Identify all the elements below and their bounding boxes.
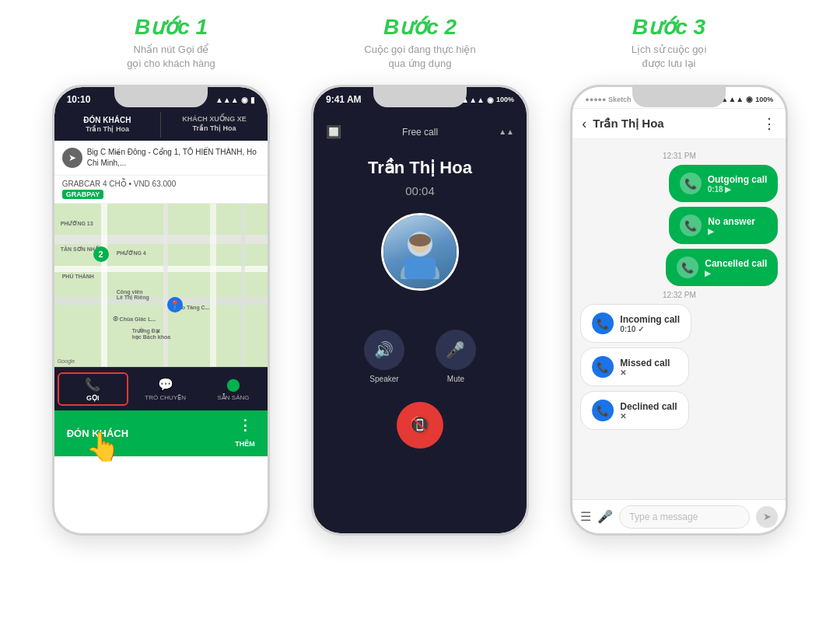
more-options-button[interactable]: ⋮ xyxy=(762,115,776,132)
msg-outgoing-call: 📞 Outgoing call 0:18 ▶ xyxy=(580,165,778,202)
phone2-status-icons: ▲▲▲ ◉ 100% xyxy=(461,96,514,104)
msg-incoming-call: 📞 Incoming call 0:10 ✓ xyxy=(580,304,778,343)
map-label-chua: ⦿ Chùa Giác L... xyxy=(113,316,156,322)
map-label-truong: Trường Đạihọc Bách khoa xyxy=(132,328,171,340)
call-name: Trần Thị Hoa xyxy=(368,158,472,178)
step2-title: Bước 2 xyxy=(303,14,537,40)
caller-avatar xyxy=(381,213,459,291)
back-button[interactable]: ‹ xyxy=(582,116,586,132)
incoming-call-icon: 📞 xyxy=(592,312,614,334)
chat-icon: 💬 xyxy=(158,377,173,392)
call-app-icon: 🔲 xyxy=(326,124,341,139)
call-controls: 🔊 Speaker 🎤 Mute xyxy=(364,330,476,383)
menu-icon[interactable]: ☰ xyxy=(580,509,591,524)
phone3-status-bar: ●●●●● Sketch 3:41 PM ▲▲▲ ◉ 100% xyxy=(572,87,786,109)
call-icon: 📞 xyxy=(85,377,100,392)
step3-desc: Lịch sử cuộc gọi được lưu lại xyxy=(552,43,786,71)
call-screen: 🔲 Free call ▲▲ Trần Thị Hoa 00:04 xyxy=(313,109,527,533)
phone1: 10:10 ▲▲▲ ◉ ▮ ĐÓN KHÁCH Trần Thị Hoa KHÁ… xyxy=(52,85,270,536)
address-box: ➤ Big C Miền Đông - Cổng 1, TÔ HIẾN THÀN… xyxy=(54,141,268,176)
phone3-time: 3:41 PM xyxy=(658,94,693,105)
mic-icon[interactable]: 🎤 xyxy=(597,509,613,524)
map-area: PHƯỜNG 13 PHƯỜNG 4 TÂN SƠN NHẤT PHÚ THÀN… xyxy=(54,204,268,367)
send-button[interactable]: ➤ xyxy=(756,506,778,528)
speaker-button[interactable]: 🔊 Speaker xyxy=(364,330,404,383)
wifi-icon2: ◉ xyxy=(487,96,494,104)
sketch-label: ●●●●● Sketch xyxy=(585,96,631,103)
call-duration: 00:04 xyxy=(405,184,435,197)
end-call-button[interactable]: 📵 xyxy=(397,402,443,449)
address-text: Big C Miền Đông - Cổng 1, TÔ HIẾN THÀNH,… xyxy=(87,147,260,169)
phone2-status-bar: 9:41 AM ▲▲▲ ◉ 100% xyxy=(313,87,527,109)
grab-tabs: ĐÓN KHÁCH Trần Thị Hoa KHÁCH XUỐNG XE Tr… xyxy=(54,109,268,141)
nav-arrow-icon: ➤ xyxy=(62,148,82,168)
outgoing-call-icon: 📞 xyxy=(680,173,702,194)
wifi-icon: ◉ xyxy=(241,96,248,104)
msg-cancelled-call: 📞 Cancelled call ▶ xyxy=(580,249,778,286)
map-label-phuong13: PHƯỜNG 13 xyxy=(61,221,93,227)
phone3-status-icons: ▲▲▲ ◉ 100% xyxy=(721,95,774,103)
phone2: 9:41 AM ▲▲▲ ◉ 100% 🔲 Free call ▲▲ Trần T… xyxy=(311,85,529,536)
time-stamp-2: 12:32 PM xyxy=(580,291,778,299)
step1-title: Bước 1 xyxy=(54,14,288,40)
svg-rect-3 xyxy=(404,257,436,279)
msg-missed-call: 📞 Missed call ✕ xyxy=(580,347,778,386)
battery-icon3: 100% xyxy=(755,96,773,103)
tab-ready[interactable]: ⬤ SẴN SÀNG xyxy=(199,368,267,410)
toggle-icon: ⬤ xyxy=(226,377,240,392)
no-answer-icon: 📞 xyxy=(680,215,702,236)
tab-chat[interactable]: 💬 TRÒ CHUYỆN xyxy=(131,368,199,410)
step1-desc: Nhấn nút Gọi để gọi cho khách hàng xyxy=(54,43,288,71)
mute-icon: 🎤 xyxy=(436,330,476,370)
message-input[interactable]: Type a message xyxy=(619,505,750,529)
phone2-time: 9:41 AM xyxy=(326,94,362,105)
end-call-icon: 📵 xyxy=(409,415,430,435)
google-label: Google xyxy=(58,358,75,364)
more-btn[interactable]: ⋮THÊM xyxy=(235,417,255,450)
grabpay-badge: GRABPAY xyxy=(62,190,104,199)
time-stamp-1: 12:31 PM xyxy=(580,152,778,160)
tab-don-khach[interactable]: ĐÓN KHÁCH Trần Thị Hoa xyxy=(54,109,161,141)
msg-declined-call: 📞 Declined call ✕ xyxy=(580,391,778,430)
bottom-tabs: 📞 GỌI 💬 TRÒ CHUYỆN ⬤ SẴN SÀNG xyxy=(54,367,268,410)
cancelled-call-icon: 📞 xyxy=(677,257,698,278)
declined-call-icon: 📞 xyxy=(592,400,614,421)
step2-desc: Cuộc gọi đang thực hiện qua ứng dụng xyxy=(303,43,537,71)
step2-header: Bước 2 Cuộc gọi đang thực hiện qua ứng d… xyxy=(303,14,537,71)
step3-header: Bước 3 Lịch sử cuộc gọi được lưu lại xyxy=(552,14,786,71)
call-signal-icon: ▲▲ xyxy=(499,127,514,136)
signal-icon2: ▲▲▲ xyxy=(461,96,485,104)
call-type-label: Free call xyxy=(402,127,438,138)
tab-call[interactable]: 📞 GỌI xyxy=(58,372,128,406)
signal-icon3: ▲▲▲ xyxy=(721,95,744,103)
tab-khach-xuong-xe[interactable]: KHÁCH XUỐNG XE Trần Thị Hoa xyxy=(161,109,268,141)
map-label-phu-thanh: PHÚ THÀNH xyxy=(62,274,94,279)
svg-point-5 xyxy=(409,234,431,246)
map-label-cong-vien: Công viênLê Thị Riêng xyxy=(117,289,149,301)
phone1-status-icons: ▲▲▲ ◉ ▮ xyxy=(215,96,255,104)
map-marker-blue: 📍 xyxy=(167,297,183,312)
missed-call-icon: 📞 xyxy=(592,356,614,378)
step3-title: Bước 3 xyxy=(552,14,786,40)
map-marker-green: 2 xyxy=(93,246,109,262)
phone1-time: 10:10 xyxy=(67,94,91,105)
chat-header: ‹ Trần Thị Hoa ⋮ xyxy=(572,109,786,139)
speaker-icon: 🔊 xyxy=(364,330,404,370)
battery-icon: ▮ xyxy=(250,96,255,104)
battery-icon2: 100% xyxy=(496,96,514,103)
hand-cursor-icon: 👆 xyxy=(86,431,121,463)
phone1-status-bar: 10:10 ▲▲▲ ◉ ▮ xyxy=(54,87,268,109)
mute-button[interactable]: 🎤 Mute xyxy=(436,330,476,383)
wifi-icon3: ◉ xyxy=(746,95,753,103)
map-label-phuong4: PHƯỜNG 4 xyxy=(117,250,146,257)
car-info: GRABCAR 4 CHỖ • VND 63.000 GRABPAY xyxy=(54,176,268,204)
step1-header: Bước 1 Nhấn nút Gọi để gọi cho khách hàn… xyxy=(54,14,288,71)
msg-no-answer: 📞 No answer ▶ xyxy=(580,207,778,244)
phone3: ●●●●● Sketch 3:41 PM ▲▲▲ ◉ 100% ‹ Trần T… xyxy=(570,85,788,536)
call-top-info: 🔲 Free call ▲▲ xyxy=(313,124,527,139)
signal-icon: ▲▲▲ xyxy=(215,96,239,104)
contact-name: Trần Thị Hoa xyxy=(593,117,756,131)
chat-input-bar: ☰ 🎤 Type a message ➤ xyxy=(572,499,786,533)
chat-messages: 12:31 PM 📞 Outgoing call 0:18 ▶ 📞 xyxy=(572,139,786,484)
